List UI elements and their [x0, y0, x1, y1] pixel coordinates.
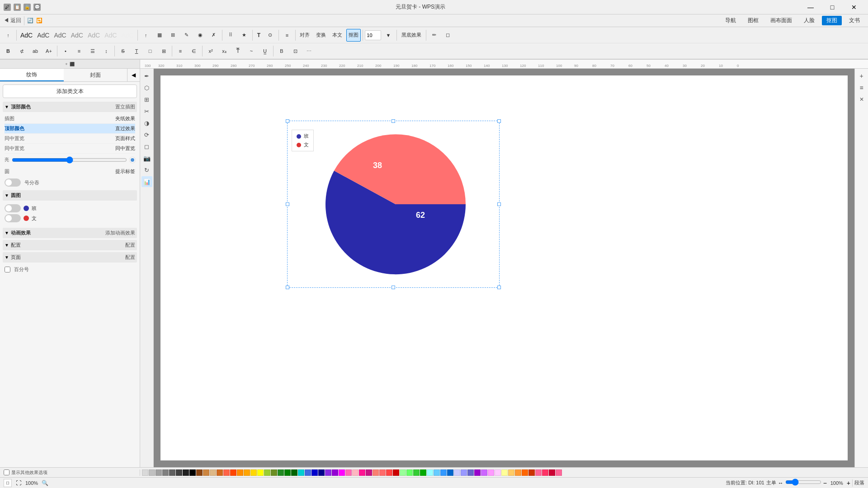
btn-underline[interactable]: T	[130, 45, 143, 57]
section-action[interactable]: 置立插图	[115, 103, 135, 110]
font-preview-5[interactable]: AdC	[86, 31, 102, 39]
swatch-6[interactable]	[183, 469, 189, 476]
swatch-29[interactable]	[339, 469, 345, 476]
btn-circle[interactable]: ◉	[194, 29, 207, 42]
menu-kouti[interactable]: 抠图	[822, 16, 842, 25]
btn-grid[interactable]: ▦	[153, 29, 166, 42]
swatch-5[interactable]	[176, 469, 182, 476]
series-2-toggle[interactable]	[5, 214, 21, 222]
swatch-26[interactable]	[318, 469, 325, 476]
btn-highlight2[interactable]: ⊡	[289, 45, 302, 57]
btn-more[interactable]: ▼	[382, 29, 395, 42]
handle-mr[interactable]	[497, 202, 501, 206]
swatch-60[interactable]	[549, 469, 555, 476]
btn-table[interactable]: ⊞	[157, 45, 170, 57]
swatch-41[interactable]	[420, 469, 426, 476]
tab-wenshi[interactable]: 纹饰	[0, 69, 64, 81]
font-preview-6[interactable]: AdC	[103, 31, 118, 39]
swatch-61[interactable]	[556, 469, 562, 476]
swatch-42[interactable]	[427, 469, 433, 476]
section-header-chart[interactable]: ▼ 圆图	[3, 190, 137, 201]
btn-more2[interactable]: ⋯	[302, 45, 315, 57]
swatch-44[interactable]	[440, 469, 447, 476]
page-action[interactable]: 配置	[125, 254, 135, 261]
minimize-button[interactable]: —	[800, 0, 821, 14]
swatch-55[interactable]	[515, 469, 521, 476]
btn-shape[interactable]: ◻	[442, 29, 454, 42]
btn-format-sub[interactable]: ⊄	[15, 45, 28, 57]
handle-bc[interactable]	[392, 286, 395, 289]
status-fullscreen-icon[interactable]: ⛶	[14, 479, 23, 487]
swatch-40[interactable]	[413, 469, 420, 476]
swatch-48[interactable]	[467, 469, 474, 476]
add-text-btn[interactable]: 添加类文本	[3, 84, 137, 98]
swatch-50[interactable]	[481, 469, 487, 476]
save-icon[interactable]: 📋	[14, 4, 21, 11]
menu-renlian[interactable]: 人脸	[799, 16, 819, 25]
font-size-input[interactable]	[365, 30, 381, 40]
btn-list[interactable]: ≡	[73, 45, 85, 57]
btn-dots[interactable]: ⠿	[224, 29, 237, 42]
section-header-page[interactable]: ▼ 页面 配置	[3, 252, 137, 263]
swatch-32[interactable]	[359, 469, 365, 476]
toolbar-arrow-up[interactable]: ↑	[2, 29, 14, 42]
swatch-28[interactable]	[332, 469, 338, 476]
section-header-sub[interactable]: ▼ 配置 配置	[3, 240, 137, 250]
swatch-54[interactable]	[508, 469, 514, 476]
btn-overline[interactable]: T̄	[231, 45, 244, 57]
handle-tr[interactable]	[497, 119, 501, 123]
handle-tl[interactable]	[286, 119, 289, 123]
swatch-46[interactable]	[454, 469, 460, 476]
section-header-topcolor[interactable]: ▼ 顶部颜色 置立插图	[3, 102, 137, 112]
swatch-37[interactable]	[393, 469, 399, 476]
swatch-57[interactable]	[528, 469, 535, 476]
btn-color-u[interactable]: U̲	[259, 45, 271, 57]
zoom-icon[interactable]: 🔍	[41, 479, 49, 487]
swatch-19[interactable]	[271, 469, 277, 476]
rt-btn-close[interactable]: ✕	[856, 94, 867, 105]
btn-wavy[interactable]: ~	[245, 45, 258, 57]
lock-icon[interactable]: 🔒	[24, 4, 31, 11]
btn-highlight[interactable]: B	[275, 45, 288, 57]
tool-halftone[interactable]: ◑	[142, 117, 152, 128]
menu-wenshu[interactable]: 文书	[844, 16, 864, 25]
comment-icon[interactable]: 💬	[33, 4, 41, 11]
swatch-39[interactable]	[406, 469, 413, 476]
btn-box[interactable]: ⊞	[167, 29, 179, 42]
btn-updown[interactable]: ↕	[100, 45, 113, 57]
toggle-1[interactable]	[5, 178, 21, 187]
btn-font-plus[interactable]: A+	[42, 45, 55, 57]
status-arrows[interactable]: ↔	[778, 480, 783, 486]
zoom-slider[interactable]	[785, 479, 821, 486]
anim-action[interactable]: 添加动画效果	[105, 230, 135, 236]
page-checkbox[interactable]	[5, 267, 10, 272]
swatch-58[interactable]	[535, 469, 542, 476]
swatch-47[interactable]	[461, 469, 467, 476]
toolbar-icon-2[interactable]: 🔁	[36, 18, 42, 23]
btn-align2[interactable]: ≡	[174, 45, 187, 57]
font-preview-2[interactable]: AdC	[35, 31, 51, 39]
swatch-30[interactable]	[345, 469, 352, 476]
btn-section[interactable]: ∈	[188, 45, 200, 57]
btn-up-arrow[interactable]: ↑	[140, 29, 152, 42]
btn-box2[interactable]: □	[144, 45, 156, 57]
swatch-12[interactable]	[223, 469, 230, 476]
tool-refresh[interactable]: ↻	[142, 164, 152, 175]
swatch-0[interactable]	[142, 469, 148, 476]
btn-align-icon[interactable]: ≡	[281, 29, 293, 42]
font-preview-1[interactable]: AdC	[19, 31, 34, 39]
swatch-10[interactable]	[210, 469, 216, 476]
item-value-chatu[interactable]: 夹纸效果	[115, 115, 135, 122]
swatch-59[interactable]	[542, 469, 548, 476]
btn-pencil-edit[interactable]: ✏	[428, 29, 441, 42]
swatch-4[interactable]	[169, 469, 175, 476]
swatch-15[interactable]	[244, 469, 250, 476]
swatch-27[interactable]	[325, 469, 331, 476]
btn-star[interactable]: ★	[238, 29, 250, 42]
btn-format-b[interactable]: B	[2, 45, 14, 57]
btn-bianhuan[interactable]: 变换	[314, 29, 328, 42]
tool-chart-active[interactable]: 📊	[142, 176, 152, 187]
tool-pen[interactable]: ✒	[142, 70, 152, 81]
swatch-51[interactable]	[488, 469, 494, 476]
tab-fengmian[interactable]: 封面	[64, 69, 127, 81]
